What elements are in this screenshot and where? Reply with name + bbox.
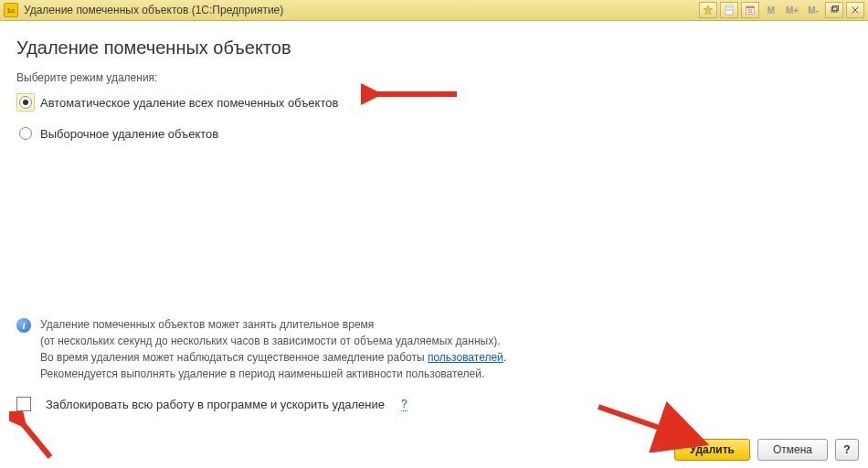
info-line3: Во время удаления может наблюдаться суще… bbox=[40, 349, 506, 366]
svg-rect-9 bbox=[831, 7, 837, 12]
help-button[interactable]: ? bbox=[835, 439, 859, 461]
radio-icon bbox=[19, 96, 32, 109]
page-title: Удаление помеченных объектов bbox=[16, 37, 852, 58]
users-link[interactable]: пользователей bbox=[428, 351, 503, 364]
svg-line-15 bbox=[598, 407, 699, 441]
svg-marker-0 bbox=[704, 5, 713, 15]
svg-rect-3 bbox=[726, 9, 728, 11]
svg-line-14 bbox=[20, 420, 50, 457]
info-icon: i bbox=[16, 318, 31, 333]
toolbar-calc-icon[interactable] bbox=[720, 2, 738, 18]
block-checkbox-label: Заблокировать всю работу в программе и у… bbox=[46, 398, 385, 411]
svg-rect-5 bbox=[731, 9, 732, 11]
info-block: i Удаление помеченных объектов может зан… bbox=[16, 316, 852, 382]
radio-icon bbox=[19, 127, 32, 140]
radio-auto-delete[interactable]: Автоматическое удаление всех помеченных … bbox=[16, 93, 852, 112]
mode-prompt: Выберите режим удаления: bbox=[16, 71, 852, 84]
info-line2: (от нескольких секунд до нескольких часо… bbox=[40, 333, 506, 349]
toolbar-favorite-icon[interactable] bbox=[699, 2, 717, 18]
toolbar-m[interactable]: M bbox=[762, 3, 780, 17]
radio-auto-label: Автоматическое удаление всех помеченных … bbox=[40, 96, 338, 110]
svg-text:31: 31 bbox=[747, 8, 753, 14]
radio-selective-label: Выборочное удаление объектов bbox=[40, 127, 218, 141]
titlebar: 1c Удаление помеченных объектов (1С:Пред… bbox=[0, 0, 868, 21]
info-line4: Рекомендуется выполнять удаление в перио… bbox=[40, 366, 506, 382]
toolbar-m-minus[interactable]: M- bbox=[804, 3, 822, 17]
content: Удаление помеченных объектов Выберите ре… bbox=[0, 21, 868, 411]
titlebar-right: 31 M M+ M- bbox=[699, 0, 864, 20]
toolbar-m-plus[interactable]: M+ bbox=[783, 3, 801, 17]
radio-selective-delete[interactable]: Выборочное удаление объектов bbox=[16, 124, 852, 143]
cancel-button[interactable]: Отмена bbox=[757, 439, 828, 461]
svg-rect-4 bbox=[729, 9, 731, 11]
svg-rect-2 bbox=[726, 6, 732, 8]
app-icon: 1c bbox=[4, 3, 18, 17]
toolbar-calendar-icon[interactable]: 31 bbox=[741, 2, 759, 18]
delete-button[interactable]: Удалить bbox=[674, 439, 750, 461]
block-checkbox[interactable] bbox=[16, 397, 31, 411]
window-restore-icon[interactable] bbox=[825, 2, 843, 18]
info-line1: Удаление помеченных объектов может занят… bbox=[40, 316, 506, 333]
info-text: Удаление помеченных объектов может занят… bbox=[40, 316, 506, 382]
block-checkbox-row: Заблокировать всю работу в программе и у… bbox=[16, 397, 852, 411]
checkbox-help-link[interactable]: ? bbox=[401, 398, 408, 411]
footer: Удалить Отмена ? bbox=[674, 439, 859, 461]
window-title: Удаление помеченных объектов (1С:Предпри… bbox=[24, 4, 283, 16]
svg-rect-10 bbox=[833, 6, 839, 11]
window-close-icon[interactable] bbox=[846, 2, 864, 18]
annotation-arrow-2 bbox=[9, 411, 59, 462]
